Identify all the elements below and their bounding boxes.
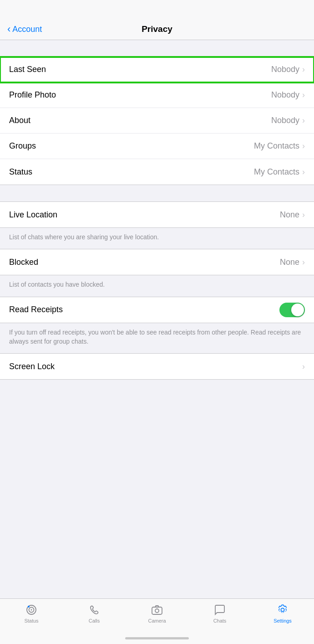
tab-camera[interactable]: Camera [126, 603, 188, 623]
toggle-knob [291, 304, 304, 316]
home-indicator [125, 637, 189, 639]
last-seen-chevron-icon: › [302, 65, 305, 74]
mid-spacer-1 [0, 185, 314, 201]
profile-photo-value: Nobody [271, 90, 299, 100]
last-seen-label: Last Seen [9, 65, 46, 74]
live-location-row[interactable]: Live Location None › [0, 202, 314, 227]
status-privacy-value: My Contacts [254, 167, 299, 177]
camera-tab-label: Camera [148, 618, 166, 623]
status-privacy-chevron-icon: › [302, 167, 305, 177]
blocked-value: None [280, 258, 299, 267]
read-receipts-label: Read Receipts [9, 305, 63, 314]
camera-tab-icon [151, 603, 163, 616]
read-receipts-group: Read Receipts [0, 297, 314, 323]
page-title: Privacy [142, 24, 172, 34]
tab-settings[interactable]: Settings [251, 603, 314, 623]
screen-lock-right: › [302, 362, 305, 371]
read-receipts-description: If you turn off read receipts, you won't… [0, 323, 314, 354]
blocked-label: Blocked [9, 258, 38, 267]
tab-calls[interactable]: Calls [63, 603, 126, 623]
about-right: Nobody › [271, 116, 305, 125]
live-location-right: None › [280, 210, 305, 220]
status-tab-label: Status [24, 618, 38, 623]
navigation-bar: ‹ Account Privacy [0, 0, 314, 40]
svg-point-2 [31, 609, 32, 611]
status-privacy-row[interactable]: Status My Contacts › [0, 159, 314, 185]
back-label: Account [12, 25, 42, 34]
read-receipts-right [279, 303, 305, 317]
live-location-value: None [280, 210, 299, 220]
back-button[interactable]: ‹ Account [7, 24, 42, 34]
svg-point-5 [155, 609, 159, 613]
screen-lock-chevron-icon: › [302, 362, 305, 371]
chats-tab-label: Chats [213, 618, 227, 623]
last-seen-value: Nobody [271, 65, 299, 74]
groups-label: Groups [9, 141, 36, 151]
groups-value: My Contacts [254, 141, 299, 151]
blocked-description: List of contacts you have blocked. [0, 275, 314, 296]
groups-row[interactable]: Groups My Contacts › [0, 134, 314, 159]
profile-photo-label: Profile Photo [9, 90, 56, 100]
settings-tab-label: Settings [273, 618, 292, 623]
tab-chats[interactable]: Chats [188, 603, 251, 623]
status-privacy-right: My Contacts › [254, 167, 305, 177]
read-receipts-row[interactable]: Read Receipts [0, 297, 314, 323]
chats-tab-icon [213, 603, 226, 616]
last-seen-row[interactable]: Last Seen Nobody › [0, 57, 314, 82]
last-seen-right: Nobody › [271, 65, 305, 74]
live-location-label: Live Location [9, 210, 57, 220]
about-chevron-icon: › [302, 116, 305, 125]
profile-photo-chevron-icon: › [302, 90, 305, 100]
about-row[interactable]: About Nobody › [0, 108, 314, 134]
about-label: About [9, 116, 30, 125]
blocked-group: Blocked None › [0, 249, 314, 275]
svg-rect-4 [152, 607, 162, 614]
read-receipts-toggle[interactable] [279, 303, 305, 317]
live-location-chevron-icon: › [302, 210, 305, 220]
settings-tab-icon [276, 603, 289, 616]
blocked-right: None › [280, 258, 305, 267]
top-spacer [0, 40, 314, 57]
tab-status[interactable]: Status [0, 603, 63, 623]
svg-point-3 [28, 606, 30, 608]
screen-lock-row[interactable]: Screen Lock › [0, 354, 314, 379]
privacy-group: Last Seen Nobody › Profile Photo Nobody … [0, 57, 314, 185]
back-chevron-icon: ‹ [7, 24, 10, 34]
calls-tab-icon [88, 603, 101, 616]
status-privacy-label: Status [9, 167, 32, 177]
calls-tab-label: Calls [89, 618, 100, 623]
screen-lock-group: Screen Lock › [0, 353, 314, 380]
profile-photo-right: Nobody › [271, 90, 305, 100]
groups-chevron-icon: › [302, 141, 305, 151]
status-tab-icon [25, 603, 38, 616]
content-area: Last Seen Nobody › Profile Photo Nobody … [0, 40, 314, 425]
blocked-chevron-icon: › [302, 258, 305, 267]
blocked-row[interactable]: Blocked None › [0, 249, 314, 275]
screen-lock-label: Screen Lock [9, 362, 55, 371]
about-value: Nobody [271, 116, 299, 125]
groups-right: My Contacts › [254, 141, 305, 151]
live-location-group: Live Location None › [0, 201, 314, 228]
profile-photo-row[interactable]: Profile Photo Nobody › [0, 82, 314, 108]
live-location-description: List of chats where you are sharing your… [0, 228, 314, 249]
